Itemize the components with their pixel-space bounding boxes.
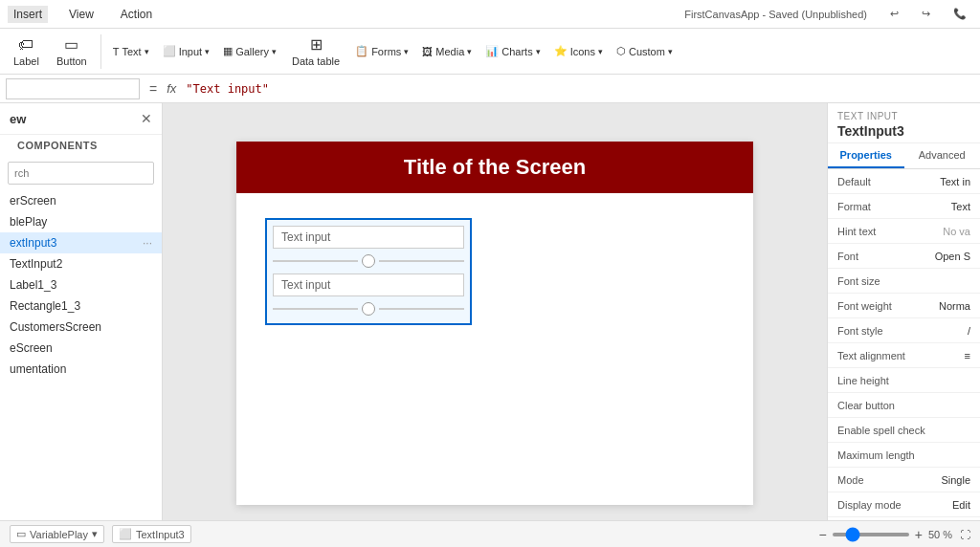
ribbon-input-btn[interactable]: ⬜ Input ▾ <box>157 41 215 61</box>
textinput3-field[interactable] <box>281 230 456 244</box>
screen-tag-chevron: ▾ <box>92 528 98 540</box>
ribbon-datatable-btn[interactable]: ⊞ Data table <box>284 32 347 71</box>
tree-item-label: umentation <box>10 362 66 376</box>
equals-sign: = <box>145 81 161 97</box>
panel-close-btn[interactable]: ✕ <box>141 111 152 126</box>
forms-label: Forms <box>371 46 401 57</box>
prop-fontsize-label: Font size <box>837 275 880 287</box>
ribbon-forms-btn[interactable]: 📋 Forms ▾ <box>349 41 414 61</box>
slider-line-right <box>379 260 464 262</box>
ribbon-label-btn[interactable]: 🏷 Label <box>6 33 47 71</box>
prop-default: Default Text in <box>828 169 980 194</box>
tree-item-variableplay[interactable]: blePlay <box>0 211 162 232</box>
ribbon-charts-btn[interactable]: 📊 Charts ▾ <box>479 41 546 61</box>
canvas-area[interactable]: Title of the Screen <box>163 103 827 520</box>
tree-item-label: Rectangle1_3 <box>10 299 80 313</box>
prop-font-label: Font <box>837 251 858 262</box>
textinput-group[interactable] <box>265 218 472 325</box>
tree-item-label: blePlay <box>10 215 47 229</box>
input-chevron: ▾ <box>205 47 210 56</box>
custom-label: Custom <box>629 46 665 57</box>
undo-icon[interactable]: ↩ <box>884 6 904 22</box>
panel-section: Components <box>0 135 162 156</box>
phone-icon[interactable]: 📞 <box>947 6 972 22</box>
more-options-icon[interactable]: ··· <box>143 236 152 250</box>
ribbon-divider-1 <box>100 34 101 69</box>
menu-insert[interactable]: Insert <box>8 6 48 23</box>
prop-font-value[interactable]: Open S <box>935 251 970 262</box>
tree-item-label: eScreen <box>10 341 53 355</box>
textinput3-box[interactable] <box>273 226 464 249</box>
tree-item-textinput3[interactable]: extInput3 ··· <box>0 232 162 253</box>
ribbon-text-btn[interactable]: T Text ▾ <box>107 42 155 61</box>
tab-advanced[interactable]: Advanced <box>904 143 981 168</box>
slider-row-2 <box>273 300 464 317</box>
prop-clearbutton-label: Clear button <box>837 400 895 411</box>
prop-mode-value[interactable]: Single <box>941 474 970 486</box>
panel-search-input[interactable] <box>8 162 154 185</box>
expand-icon[interactable]: ⛶ <box>960 529 970 540</box>
formula-value[interactable]: "Text input" <box>182 82 974 96</box>
left-panel: ew ✕ Components erScreen blePlay extInpu… <box>0 103 163 520</box>
tree-item-rectangle1-3[interactable]: Rectangle1_3 <box>0 295 162 317</box>
prop-hinttext-value[interactable]: No va <box>943 226 970 237</box>
status-bar: ▭ VariablePlay ▾ ⬜ TextInput3 − + 50 % ⛶ <box>0 520 980 547</box>
tree-item-label: extInput3 <box>10 236 56 250</box>
menu-view[interactable]: View <box>63 6 100 23</box>
properties-list: Default Text in Format Text Hint text No… <box>828 169 980 520</box>
textinput2-field[interactable] <box>281 278 456 292</box>
prop-maxlength: Maximum length <box>828 443 980 468</box>
datatable-icon: ⊞ <box>310 35 323 54</box>
tree-item-masterscreen[interactable]: erScreen <box>0 190 162 211</box>
tree-item-screen2[interactable]: eScreen <box>0 338 162 359</box>
prop-textalignment: Text alignment ≡ <box>828 343 980 368</box>
gallery-icon: ▦ <box>223 45 233 57</box>
formula-name-input[interactable] <box>6 78 140 99</box>
tree-item-customersscreen[interactable]: CustomersScreen <box>0 317 162 338</box>
ribbon-custom-btn[interactable]: ⬡ Custom ▾ <box>611 41 679 61</box>
prop-fontweight-value[interactable]: Norma <box>939 300 970 312</box>
prop-format-value[interactable]: Text <box>951 201 970 212</box>
tab-properties[interactable]: Properties <box>828 143 904 168</box>
text-chevron: ▾ <box>145 47 149 56</box>
textinput2-box[interactable] <box>273 274 464 296</box>
component-tag[interactable]: ⬜ TextInput3 <box>112 525 191 543</box>
zoom-slider[interactable] <box>833 533 909 536</box>
prop-default-value[interactable]: Text in <box>940 176 970 187</box>
prop-maxlength-label: Maximum length <box>837 449 915 461</box>
ribbon-media-btn[interactable]: 🖼 Media ▾ <box>416 42 478 61</box>
zoom-minus-btn[interactable]: − <box>819 527 827 542</box>
ribbon-button-btn[interactable]: ▭ Button <box>49 32 95 71</box>
screen-tag-icon: ▭ <box>16 528 26 540</box>
ribbon-icons-btn[interactable]: ⭐ Icons ▾ <box>548 41 609 61</box>
prop-lineheight: Line height <box>828 368 980 393</box>
screen-tag[interactable]: ▭ VariablePlay ▾ <box>10 525 104 543</box>
tree-item-label1-3[interactable]: Label1_3 <box>0 274 162 295</box>
prop-displaymode: Display mode Edit <box>828 492 980 517</box>
media-label: Media <box>435 46 464 57</box>
prop-clearbutton: Clear button <box>828 393 980 418</box>
screen-tag-label: VariablePlay <box>30 529 88 540</box>
slider-handle-2[interactable] <box>362 302 375 316</box>
redo-icon[interactable]: ↪ <box>916 6 936 22</box>
tree-item-textinput2[interactable]: TextInput2 <box>0 253 162 274</box>
canvas-frame: Title of the Screen <box>236 142 753 505</box>
slider-handle[interactable] <box>362 254 375 268</box>
status-bar-right: − + 50 % ⛶ <box>819 527 970 542</box>
prop-font: Font Open S <box>828 244 980 269</box>
prop-displaymode-label: Display mode <box>837 499 902 511</box>
prop-textalignment-label: Text alignment <box>837 350 905 361</box>
prop-mode: Mode Single <box>828 468 980 492</box>
component-tag-icon: ⬜ <box>119 528 132 540</box>
component-tag-label: TextInput3 <box>136 529 185 540</box>
prop-textalignment-value[interactable]: ≡ <box>965 350 970 361</box>
tree-item-documentation[interactable]: umentation <box>0 359 162 380</box>
menu-action[interactable]: Action <box>115 6 158 23</box>
prop-fontweight: Font weight Norma <box>828 294 980 318</box>
label-icon: 🏷 <box>18 36 33 54</box>
formula-bar: = fx "Text input" <box>0 75 980 103</box>
prop-displaymode-value[interactable]: Edit <box>952 499 970 511</box>
ribbon-gallery-btn[interactable]: ▦ Gallery ▾ <box>217 41 282 61</box>
zoom-plus-btn[interactable]: + <box>915 527 923 542</box>
prop-fontstyle-value[interactable]: / <box>968 325 970 337</box>
